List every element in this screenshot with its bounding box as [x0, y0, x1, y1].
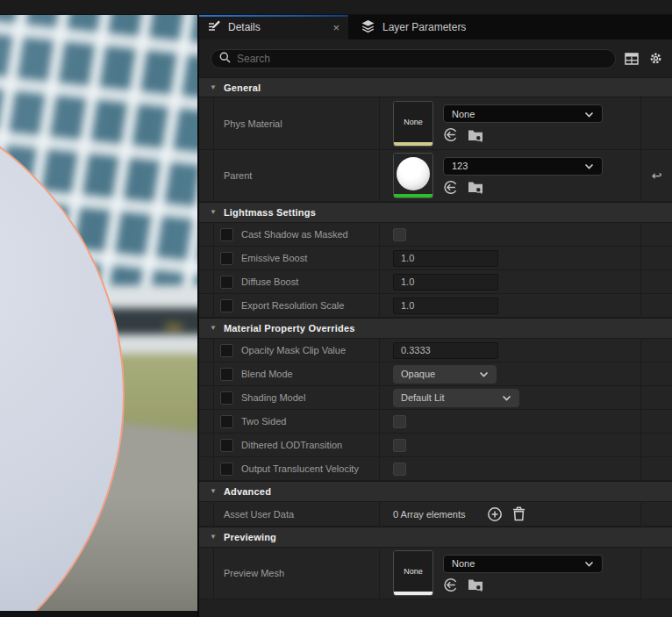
opacity-mask-label: Opacity Mask Clip Value	[241, 345, 346, 355]
display-filter-icon[interactable]	[624, 53, 640, 65]
reset-to-default-icon[interactable]: ↩	[652, 169, 662, 183]
preview-mesh-thumbnail[interactable]: None	[393, 550, 433, 596]
collapse-arrow-icon[interactable]: ▼	[210, 84, 217, 91]
output-translucent-velocity-label: Output Translucent Velocity	[241, 463, 359, 474]
search-box[interactable]	[211, 49, 616, 68]
tab-details[interactable]: Details ×	[199, 15, 348, 39]
category-general-label: General	[224, 83, 261, 93]
override-checkbox[interactable]	[220, 439, 233, 452]
window-top-strip	[0, 0, 672, 15]
delete-array-elements-icon[interactable]	[512, 506, 525, 521]
override-checkbox[interactable]	[220, 415, 233, 428]
row-shading-model: Shading Model Default Lit	[199, 386, 672, 410]
category-mpo-label: Material Property Overrides	[224, 323, 355, 334]
row-opacity-mask-clip-value: Opacity Mask Clip Value 0.3333	[199, 339, 672, 362]
override-checkbox[interactable]	[220, 276, 233, 289]
browse-to-asset-icon[interactable]	[468, 128, 483, 142]
collapse-arrow-icon[interactable]: ▼	[210, 209, 217, 216]
preview-mesh-type-underline	[394, 592, 433, 595]
category-previewing[interactable]: ▼ Previewing	[199, 527, 672, 548]
shading-model-value: Default Lit	[401, 392, 445, 403]
asset-user-data-label: Asset User Data	[224, 509, 294, 520]
export-resolution-scale-input[interactable]: 1.0	[393, 298, 498, 314]
viewport-bottom-edge	[0, 611, 197, 617]
chevron-down-icon	[584, 558, 594, 569]
tab-close-icon[interactable]: ×	[332, 21, 340, 34]
blend-mode-value: Opaque	[401, 369, 435, 379]
category-lightmass-label: Lightmass Settings	[224, 207, 316, 218]
row-diffuse-boost: Diffuse Boost 1.0	[199, 270, 672, 294]
search-input[interactable]	[237, 53, 607, 65]
override-checkbox[interactable]	[220, 368, 233, 381]
viewport[interactable]	[0, 15, 197, 617]
preview-mesh-thumbnail-text: None	[394, 551, 433, 592]
parent-type-underline	[394, 194, 433, 197]
category-advanced[interactable]: ▼ Advanced	[199, 481, 672, 502]
chevron-down-icon	[502, 392, 511, 403]
browse-to-asset-icon[interactable]	[468, 180, 483, 194]
chevron-down-icon	[584, 161, 594, 171]
preview-mesh-combo-value: None	[452, 558, 475, 569]
override-checkbox[interactable]	[220, 299, 233, 312]
dithered-lod-checkbox[interactable]	[393, 439, 406, 452]
search-icon	[219, 51, 231, 67]
collapse-arrow-icon[interactable]: ▼	[210, 534, 217, 541]
row-dithered-lodtransition: Dithered LODTransition	[199, 434, 672, 457]
override-checkbox[interactable]	[220, 344, 233, 357]
blend-mode-dropdown[interactable]: Opaque	[393, 365, 497, 384]
row-cast-shadow-as-masked: Cast Shadow as Masked	[199, 223, 672, 247]
dithered-lod-label: Dithered LODTransition	[241, 440, 342, 450]
collapse-arrow-icon[interactable]: ▼	[210, 488, 217, 495]
override-checkbox[interactable]	[220, 391, 233, 405]
collapse-arrow-icon[interactable]: ▼	[210, 325, 217, 332]
category-previewing-label: Previewing	[224, 532, 276, 542]
details-panel: Details × Layer Parameters ▼ General	[197, 15, 672, 617]
use-selected-asset-icon[interactable]	[443, 180, 458, 195]
category-general[interactable]: ▼ General	[199, 77, 672, 97]
browse-to-asset-icon[interactable]	[468, 578, 483, 592]
phys-material-thumbnail-text: None	[394, 102, 433, 142]
preview-mesh-label: Preview Mesh	[224, 568, 284, 578]
parent-label: Parent	[224, 170, 252, 181]
asset-user-data-count: 0 Array elements	[393, 509, 466, 520]
material-sphere-preview	[397, 157, 430, 190]
use-selected-asset-icon[interactable]	[443, 127, 458, 142]
settings-gear-icon[interactable]	[647, 52, 663, 65]
parent-thumbnail[interactable]	[393, 153, 433, 198]
phys-material-thumbnail[interactable]: None	[393, 101, 433, 147]
two-sided-label: Two Sided	[241, 416, 286, 427]
shading-model-dropdown[interactable]: Default Lit	[393, 389, 519, 407]
row-preview-mesh: Preview Mesh None None	[199, 548, 672, 599]
two-sided-checkbox[interactable]	[393, 415, 406, 428]
parent-asset-combo[interactable]: 123	[443, 157, 603, 176]
output-translucent-velocity-checkbox[interactable]	[393, 463, 406, 476]
tab-layer-parameters[interactable]: Layer Parameters	[348, 15, 480, 39]
override-checkbox[interactable]	[220, 228, 233, 241]
details-tab-icon	[207, 19, 221, 36]
add-array-element-icon[interactable]	[487, 506, 503, 522]
property-grid: ▼ General Phys Material None None	[199, 77, 672, 617]
row-export-resolution-scale: Export Resolution Scale 1.0	[199, 294, 672, 318]
diffuse-boost-input[interactable]: 1.0	[393, 274, 498, 291]
row-output-translucent-velocity: Output Translucent Velocity	[199, 457, 672, 481]
row-two-sided: Two Sided	[199, 410, 672, 434]
category-material-property-overrides[interactable]: ▼ Material Property Overrides	[199, 318, 672, 339]
emissive-boost-input[interactable]: 1.0	[393, 250, 498, 267]
parent-thumbnail-image	[394, 154, 433, 194]
tab-layer-parameters-label: Layer Parameters	[382, 21, 466, 33]
blend-mode-label: Blend Mode	[241, 369, 293, 379]
preview-mesh-asset-combo[interactable]: None	[443, 555, 603, 573]
category-lightmass-settings[interactable]: ▼ Lightmass Settings	[199, 202, 672, 223]
search-toolbar	[199, 39, 672, 77]
override-checkbox[interactable]	[220, 463, 233, 476]
chevron-down-icon	[479, 369, 489, 379]
use-selected-asset-icon[interactable]	[443, 578, 458, 592]
parent-combo-value: 123	[452, 161, 468, 171]
override-checkbox[interactable]	[220, 252, 233, 265]
opacity-mask-input[interactable]: 0.3333	[393, 342, 498, 359]
phys-material-type-underline	[394, 142, 433, 146]
tab-details-label: Details	[228, 21, 261, 33]
cast-shadow-checkbox[interactable]	[393, 228, 406, 241]
phys-material-asset-combo[interactable]: None	[443, 104, 603, 123]
row-gutter	[199, 150, 214, 201]
